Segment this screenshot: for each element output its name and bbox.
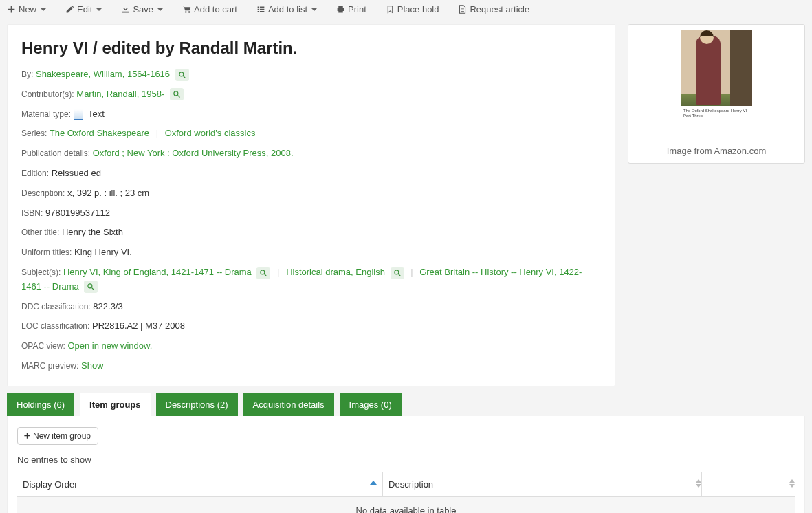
caret-icon <box>41 8 46 11</box>
pencil-icon <box>65 5 74 14</box>
series-link-1[interactable]: The Oxford Shakespeare <box>50 128 149 138</box>
print-icon <box>336 5 345 14</box>
uniform-titles-label: Uniform titles: <box>21 248 72 257</box>
other-title-label: Other title: <box>21 228 59 237</box>
svg-line-7 <box>398 274 400 276</box>
series-label: Series: <box>21 129 47 138</box>
tab-content-item-groups: New item group No entries to show Displa… <box>7 416 805 513</box>
new-item-group-button[interactable]: New item group <box>17 427 98 445</box>
search-icon[interactable] <box>391 267 404 279</box>
svg-point-4 <box>261 270 265 274</box>
svg-line-1 <box>183 76 185 78</box>
document-icon <box>458 5 467 14</box>
tabs: Holdings (6) Item groups Descriptions (2… <box>7 393 805 416</box>
search-icon[interactable] <box>84 281 98 293</box>
tab-descriptions[interactable]: Descriptions (2) <box>156 393 238 416</box>
save-button[interactable]: Save <box>121 4 163 14</box>
tab-item-groups[interactable]: Item groups <box>80 393 150 416</box>
isbn-value: 9780199537112 <box>45 208 110 218</box>
marc-show-link[interactable]: Show <box>81 360 104 371</box>
description-value: x, 392 p. : ill. ; 23 cm <box>67 188 149 198</box>
uniform-titles-value: King Henry VI. <box>74 247 132 257</box>
search-icon[interactable] <box>256 267 270 279</box>
tab-holdings[interactable]: Holdings (6) <box>7 393 74 416</box>
series-link-2[interactable]: Oxford world's classics <box>165 128 256 138</box>
publication-label: Publication details: <box>21 149 90 158</box>
plus-icon <box>23 432 31 439</box>
text-icon <box>74 109 83 120</box>
isbn-label: ISBN: <box>21 208 43 218</box>
add-to-list-button[interactable]: Add to list <box>256 4 317 14</box>
svg-line-3 <box>177 96 179 98</box>
record-card: Henry VI / edited by Randall Martin. By:… <box>7 24 615 386</box>
plus-icon <box>7 5 16 14</box>
search-icon[interactable] <box>175 69 189 81</box>
add-to-cart-button[interactable]: Add to cart <box>182 4 237 14</box>
subject-link-1[interactable]: Henry VI, King of England, 1421-1471 -- … <box>63 267 252 277</box>
contributor-label: Contributor(s): <box>21 89 74 99</box>
item-groups-table: Display Order Description No data availa… <box>17 472 795 513</box>
subject-link-2[interactable]: Historical drama, English <box>286 267 385 277</box>
edition-value: Reissued ed <box>52 168 101 178</box>
cover-band-text: The Oxford Shakespeare Henry VI Part Thr… <box>681 106 752 140</box>
other-title-value: Henry the Sixth <box>62 227 123 237</box>
caret-icon <box>311 8 317 11</box>
list-icon <box>256 5 265 14</box>
caret-icon <box>157 8 163 11</box>
place-hold-button[interactable]: Place hold <box>386 4 439 14</box>
tab-acquisition[interactable]: Acquisition details <box>243 393 334 416</box>
svg-point-8 <box>88 284 92 288</box>
ddc-value: 822.3/3 <box>93 301 122 312</box>
opac-link[interactable]: Open in new window. <box>67 340 152 351</box>
edition-label: Edition: <box>21 168 49 178</box>
cover-image[interactable]: The Oxford Shakespeare Henry VI Part Thr… <box>681 30 752 140</box>
search-icon[interactable] <box>170 88 184 100</box>
description-label: Description: <box>21 188 65 198</box>
entries-top-message: No entries to show <box>17 455 795 465</box>
subjects-label: Subject(s): <box>21 268 61 277</box>
material-type-value: Text <box>88 109 105 119</box>
edit-button[interactable]: Edit <box>65 4 102 14</box>
cover-card: The Oxford Shakespeare Henry VI Part Thr… <box>628 24 805 164</box>
ddc-label: DDC classification: <box>21 302 91 312</box>
toolbar: New Edit Save Add to cart Add to list Pr… <box>0 0 812 21</box>
by-label: By: <box>21 69 33 79</box>
sort-asc-icon <box>370 481 377 485</box>
bookmark-icon <box>386 5 395 14</box>
request-article-button[interactable]: Request article <box>458 4 529 14</box>
cart-icon <box>182 5 191 14</box>
col-display-order[interactable]: Display Order <box>17 472 383 496</box>
svg-point-0 <box>179 72 184 76</box>
material-type-label: Material type: <box>21 109 71 119</box>
svg-point-6 <box>394 270 398 274</box>
loc-value: PR2816.A2 | M37 2008 <box>92 320 185 331</box>
record-title: Henry VI / edited by Randall Martin. <box>21 39 601 58</box>
caret-icon <box>96 8 102 11</box>
marc-label: MARC preview: <box>21 361 78 371</box>
col-actions[interactable] <box>701 472 795 496</box>
opac-label: OPAC view: <box>21 341 65 351</box>
svg-point-2 <box>174 91 178 96</box>
tab-images[interactable]: Images (0) <box>340 393 402 416</box>
col-description[interactable]: Description <box>383 472 702 496</box>
cover-caption: Image from Amazon.com <box>634 146 799 156</box>
author-link[interactable]: Shakespeare, William, 1564-1616 <box>36 69 170 79</box>
download-icon <box>121 5 130 14</box>
print-button[interactable]: Print <box>336 4 366 14</box>
publication-link[interactable]: Oxford ; New York : Oxford University Pr… <box>93 148 294 158</box>
loc-label: LOC classification: <box>21 321 89 331</box>
svg-line-5 <box>265 274 267 276</box>
contributor-link[interactable]: Martin, Randall, 1958- <box>76 89 164 99</box>
svg-line-9 <box>92 288 94 290</box>
new-button[interactable]: New <box>7 4 46 14</box>
no-data-row: No data available in table <box>17 496 795 513</box>
